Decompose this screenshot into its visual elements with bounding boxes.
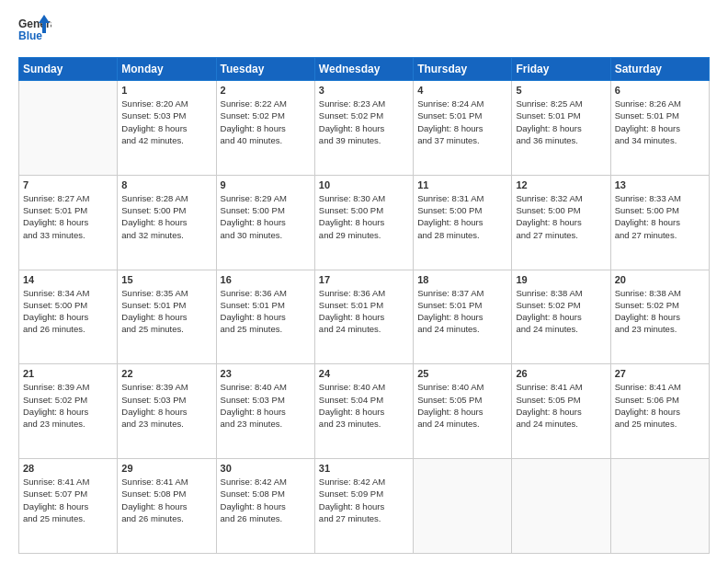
day-number: 27 (615, 368, 705, 379)
day-number: 4 (417, 85, 507, 96)
day-info: Sunrise: 8:23 AMSunset: 5:02 PMDaylight:… (319, 98, 409, 146)
day-info: Sunrise: 8:41 AMSunset: 5:07 PMDaylight:… (23, 476, 113, 524)
calendar-cell: 18Sunrise: 8:37 AMSunset: 5:01 PMDayligh… (414, 270, 512, 364)
calendar-cell: 14Sunrise: 8:34 AMSunset: 5:00 PMDayligh… (19, 270, 118, 364)
day-number: 6 (615, 85, 705, 96)
day-number: 23 (221, 368, 311, 379)
day-info: Sunrise: 8:36 AMSunset: 5:01 PMDaylight:… (319, 287, 409, 336)
header: GeneralBlue (18, 15, 710, 48)
day-number: 14 (23, 274, 113, 285)
week-row-3: 14Sunrise: 8:34 AMSunset: 5:00 PMDayligh… (19, 270, 710, 364)
day-info: Sunrise: 8:34 AMSunset: 5:00 PMDaylight:… (23, 287, 113, 336)
calendar-cell: 21Sunrise: 8:39 AMSunset: 5:02 PMDayligh… (19, 364, 118, 459)
day-number: 9 (221, 179, 311, 190)
day-info: Sunrise: 8:41 AMSunset: 5:05 PMDaylight:… (516, 381, 606, 430)
calendar-cell: 29Sunrise: 8:41 AMSunset: 5:08 PMDayligh… (118, 459, 216, 554)
day-number: 29 (121, 463, 211, 474)
week-row-1: 1Sunrise: 8:20 AMSunset: 5:03 PMDaylight… (19, 81, 710, 176)
day-number: 30 (221, 463, 311, 474)
calendar-header-sunday: Sunday (19, 58, 118, 81)
day-info: Sunrise: 8:24 AMSunset: 5:01 PMDaylight:… (417, 98, 507, 146)
day-info: Sunrise: 8:35 AMSunset: 5:01 PMDaylight:… (121, 287, 211, 336)
day-number: 11 (417, 179, 507, 190)
day-info: Sunrise: 8:42 AMSunset: 5:08 PMDaylight:… (221, 476, 311, 524)
day-info: Sunrise: 8:30 AMSunset: 5:00 PMDaylight:… (319, 192, 409, 241)
calendar-cell: 28Sunrise: 8:41 AMSunset: 5:07 PMDayligh… (19, 459, 118, 554)
calendar-cell: 31Sunrise: 8:42 AMSunset: 5:09 PMDayligh… (314, 459, 413, 554)
week-row-2: 7Sunrise: 8:27 AMSunset: 5:01 PMDaylight… (19, 175, 710, 270)
logo-icon: GeneralBlue (18, 15, 51, 48)
day-info: Sunrise: 8:40 AMSunset: 5:03 PMDaylight:… (221, 381, 311, 430)
calendar-table: SundayMondayTuesdayWednesdayThursdayFrid… (18, 57, 710, 554)
day-number: 15 (121, 274, 211, 285)
calendar-cell: 6Sunrise: 8:26 AMSunset: 5:01 PMDaylight… (610, 81, 709, 176)
day-number: 16 (221, 274, 311, 285)
day-info: Sunrise: 8:38 AMSunset: 5:02 PMDaylight:… (516, 287, 606, 336)
calendar-cell: 30Sunrise: 8:42 AMSunset: 5:08 PMDayligh… (216, 459, 314, 554)
calendar-cell: 1Sunrise: 8:20 AMSunset: 5:03 PMDaylight… (118, 81, 216, 176)
svg-text:Blue: Blue (18, 29, 42, 42)
day-info: Sunrise: 8:38 AMSunset: 5:02 PMDaylight:… (615, 287, 705, 336)
calendar-cell (414, 459, 512, 554)
day-info: Sunrise: 8:39 AMSunset: 5:03 PMDaylight:… (121, 381, 211, 430)
calendar-cell: 26Sunrise: 8:41 AMSunset: 5:05 PMDayligh… (512, 364, 610, 459)
calendar-header-thursday: Thursday (414, 58, 512, 81)
calendar-header-wednesday: Wednesday (314, 58, 413, 81)
calendar-header-tuesday: Tuesday (216, 58, 314, 81)
day-number: 28 (23, 463, 113, 474)
week-row-4: 21Sunrise: 8:39 AMSunset: 5:02 PMDayligh… (19, 364, 710, 459)
calendar-cell: 15Sunrise: 8:35 AMSunset: 5:01 PMDayligh… (118, 270, 216, 364)
day-info: Sunrise: 8:36 AMSunset: 5:01 PMDaylight:… (221, 287, 311, 336)
calendar-cell (19, 81, 118, 176)
calendar-cell: 10Sunrise: 8:30 AMSunset: 5:00 PMDayligh… (314, 175, 413, 270)
calendar-header-row: SundayMondayTuesdayWednesdayThursdayFrid… (19, 58, 710, 81)
day-info: Sunrise: 8:22 AMSunset: 5:02 PMDaylight:… (221, 98, 311, 146)
calendar-cell: 22Sunrise: 8:39 AMSunset: 5:03 PMDayligh… (118, 364, 216, 459)
day-number: 2 (221, 85, 311, 96)
day-info: Sunrise: 8:25 AMSunset: 5:01 PMDaylight:… (516, 98, 606, 146)
day-number: 24 (319, 368, 409, 379)
day-number: 13 (615, 179, 705, 190)
calendar-cell: 23Sunrise: 8:40 AMSunset: 5:03 PMDayligh… (216, 364, 314, 459)
day-number: 31 (319, 463, 409, 474)
calendar-cell: 19Sunrise: 8:38 AMSunset: 5:02 PMDayligh… (512, 270, 610, 364)
day-number: 18 (417, 274, 507, 285)
day-number: 22 (121, 368, 211, 379)
day-info: Sunrise: 8:31 AMSunset: 5:00 PMDaylight:… (417, 192, 507, 241)
day-number: 10 (319, 179, 409, 190)
calendar-cell: 2Sunrise: 8:22 AMSunset: 5:02 PMDaylight… (216, 81, 314, 176)
day-number: 12 (516, 179, 606, 190)
calendar-cell: 20Sunrise: 8:38 AMSunset: 5:02 PMDayligh… (610, 270, 709, 364)
calendar-cell: 8Sunrise: 8:28 AMSunset: 5:00 PMDaylight… (118, 175, 216, 270)
calendar-header-monday: Monday (118, 58, 216, 81)
calendar-cell (512, 459, 610, 554)
calendar-cell: 16Sunrise: 8:36 AMSunset: 5:01 PMDayligh… (216, 270, 314, 364)
calendar-cell: 13Sunrise: 8:33 AMSunset: 5:00 PMDayligh… (610, 175, 709, 270)
day-number: 5 (516, 85, 606, 96)
day-info: Sunrise: 8:20 AMSunset: 5:03 PMDaylight:… (121, 98, 211, 146)
calendar-cell: 3Sunrise: 8:23 AMSunset: 5:02 PMDaylight… (314, 81, 413, 176)
calendar-cell: 17Sunrise: 8:36 AMSunset: 5:01 PMDayligh… (314, 270, 413, 364)
day-info: Sunrise: 8:39 AMSunset: 5:02 PMDaylight:… (23, 381, 113, 430)
day-number: 26 (516, 368, 606, 379)
calendar-cell: 12Sunrise: 8:32 AMSunset: 5:00 PMDayligh… (512, 175, 610, 270)
calendar-cell: 27Sunrise: 8:41 AMSunset: 5:06 PMDayligh… (610, 364, 709, 459)
day-info: Sunrise: 8:28 AMSunset: 5:00 PMDaylight:… (121, 192, 211, 241)
day-number: 17 (319, 274, 409, 285)
day-info: Sunrise: 8:27 AMSunset: 5:01 PMDaylight:… (23, 192, 113, 241)
day-number: 19 (516, 274, 606, 285)
day-info: Sunrise: 8:26 AMSunset: 5:01 PMDaylight:… (615, 98, 705, 146)
page: GeneralBlue SundayMondayTuesdayWednesday… (0, 0, 728, 563)
week-row-5: 28Sunrise: 8:41 AMSunset: 5:07 PMDayligh… (19, 459, 710, 554)
day-info: Sunrise: 8:33 AMSunset: 5:00 PMDaylight:… (615, 192, 705, 241)
day-info: Sunrise: 8:40 AMSunset: 5:04 PMDaylight:… (319, 381, 409, 430)
calendar-header-saturday: Saturday (610, 58, 709, 81)
day-info: Sunrise: 8:42 AMSunset: 5:09 PMDaylight:… (319, 476, 409, 524)
day-number: 7 (23, 179, 113, 190)
calendar-cell: 25Sunrise: 8:40 AMSunset: 5:05 PMDayligh… (414, 364, 512, 459)
day-number: 1 (121, 85, 211, 96)
calendar-cell: 7Sunrise: 8:27 AMSunset: 5:01 PMDaylight… (19, 175, 118, 270)
calendar-header-friday: Friday (512, 58, 610, 81)
calendar-cell: 5Sunrise: 8:25 AMSunset: 5:01 PMDaylight… (512, 81, 610, 176)
day-number: 25 (417, 368, 507, 379)
